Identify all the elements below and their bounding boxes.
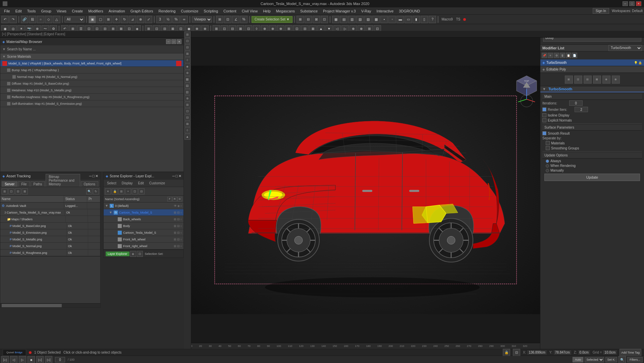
modifier-editable-poly[interactable]: ◈ Editable Poly xyxy=(540,66,644,73)
vtb-6[interactable]: ◈ xyxy=(184,63,191,70)
asset-row-metallic[interactable]: PModel_S_Metallic.png Ok xyxy=(0,236,100,243)
mod-bottom-5[interactable]: ⊕ xyxy=(602,76,610,84)
snap-button[interactable]: ⊞ xyxy=(216,16,223,23)
menu-help[interactable]: Help xyxy=(260,8,273,14)
vtb-1[interactable]: ⊞ xyxy=(184,32,191,38)
scene-add[interactable]: + xyxy=(125,188,131,194)
scene-bottom-btn2[interactable]: ⊡ xyxy=(137,251,143,257)
render-frame[interactable]: ▫ xyxy=(388,16,396,23)
layer-explorer-btn[interactable]: Layer Explorer xyxy=(106,252,129,256)
mod-icon-pin[interactable]: 📌 xyxy=(542,53,547,58)
frame-number-input[interactable] xyxy=(55,357,65,362)
materials-check[interactable] xyxy=(546,141,550,145)
scene-tb2[interactable]: ⊡ xyxy=(132,188,138,194)
asset-tab-options[interactable]: Options xyxy=(81,181,98,187)
last-frame-btn[interactable]: ▷| xyxy=(45,356,52,363)
create-selection-set-button[interactable]: Create Selection Set ▼ xyxy=(252,16,292,23)
vtb-3[interactable]: ⊟ xyxy=(184,44,191,50)
bind-space-button[interactable]: ○ xyxy=(37,16,44,23)
material-panel-titlebar[interactable]: ◈ Material/Map Browser ─ □ ✕ xyxy=(0,38,183,45)
mod-bottom-4[interactable]: ⊠ xyxy=(593,76,601,84)
scene-maximize[interactable]: □ xyxy=(175,174,178,178)
mat-item-main[interactable]: Model_S_Mat ( VRayMtl ) [Back_wheels, Bo… xyxy=(0,60,183,67)
menu-file[interactable]: File xyxy=(1,8,13,14)
angle-snap[interactable]: ∠ xyxy=(232,16,239,23)
asset-close[interactable]: ✕ xyxy=(95,174,98,178)
prev-frame-btn[interactable]: ◁ xyxy=(10,356,17,363)
asset-maximize[interactable]: □ xyxy=(92,174,95,178)
percent-snap[interactable]: % xyxy=(240,16,248,23)
mod-bottom-2[interactable]: ⊡ xyxy=(574,76,582,84)
scene-tb1[interactable]: ⊞ xyxy=(118,188,124,194)
menu-scripting[interactable]: Scripting xyxy=(201,8,221,14)
scene-tab-display[interactable]: Display xyxy=(120,181,135,186)
render-active[interactable]: ▬ xyxy=(396,16,404,23)
iterations-input[interactable] xyxy=(569,100,583,106)
render-iters-check[interactable] xyxy=(542,107,546,111)
tree-item-cartoon-model[interactable]: Cartoon_Tesla_Model_S ⊞⊟○ xyxy=(104,229,183,236)
scene-tab-customize[interactable]: Customize xyxy=(147,181,167,186)
undo-button[interactable]: ↶ xyxy=(1,16,9,23)
menu-megascans[interactable]: Megascans xyxy=(273,8,298,14)
mod-bottom-6[interactable]: ⊗ xyxy=(612,76,620,84)
array-btn[interactable]: ⊠ xyxy=(313,16,320,23)
quixel-bridge-footer[interactable]: Quixel Bridge xyxy=(3,349,26,356)
scene-col-icon1[interactable]: F xyxy=(167,197,172,201)
move-button[interactable]: ✛ xyxy=(113,16,120,23)
menu-customize[interactable]: Customize xyxy=(178,8,201,14)
menu-substance[interactable]: Substance xyxy=(298,8,320,14)
modifier-dropdown[interactable]: TurboSmooth xyxy=(608,45,642,51)
viewport-select[interactable]: Viewport xyxy=(192,16,212,22)
asset-search[interactable]: 🔍 xyxy=(86,188,92,194)
mod-icon-list[interactable]: ≡ xyxy=(548,53,553,58)
mat-minimize[interactable]: ─ xyxy=(166,39,171,44)
menu-project-manager[interactable]: Project Manager v.3 xyxy=(320,8,359,14)
link-button[interactable]: 🔗 xyxy=(21,16,28,23)
vtb-10[interactable]: ▥ xyxy=(184,89,191,95)
vtb-16[interactable]: ◊ xyxy=(184,127,191,133)
manually-radio[interactable] xyxy=(546,169,549,172)
maximize-button[interactable]: □ xyxy=(629,1,635,6)
asset-minimize[interactable]: ─ xyxy=(89,174,92,178)
render-iters-input[interactable] xyxy=(575,107,588,112)
search-btn[interactable]: 🔍 xyxy=(619,356,626,363)
snap2d-button[interactable]: ⊡ xyxy=(224,16,231,23)
scene-exp[interactable]: ▤ xyxy=(340,16,347,23)
curve-edit[interactable]: ▥ xyxy=(348,16,356,23)
asset-tb2[interactable]: ⊡ xyxy=(8,188,14,194)
menu-civil-view[interactable]: Civil View xyxy=(239,8,260,14)
menu-edit[interactable]: Edit xyxy=(13,8,24,14)
rotate-button[interactable]: ↻ xyxy=(121,16,128,23)
mod-icon-paste[interactable]: 📄 xyxy=(572,53,577,58)
mat-item-metalness[interactable]: Metalness: Map #10 (Model_S_Metallic.png… xyxy=(0,87,183,94)
next-frame-btn[interactable]: ▷| xyxy=(36,356,44,363)
vtb-2[interactable]: ⊡ xyxy=(184,38,191,44)
scene-col-icon2[interactable]: R xyxy=(172,197,177,201)
mod-icon-settings[interactable]: ⚙ xyxy=(554,53,559,58)
render-msg[interactable]: ▮ xyxy=(413,16,420,23)
mat-item-bump[interactable]: Bump: Map #5 ( VRayNormalMap ) xyxy=(0,67,183,74)
tree-item-back-wheels[interactable]: Back_wheels ⊞⊟○ xyxy=(104,216,183,223)
play-btn[interactable]: ▷ xyxy=(19,356,26,363)
scene-minimize[interactable]: ─ xyxy=(172,174,175,178)
tool1[interactable]: ◇ xyxy=(45,16,52,23)
tree-item-default[interactable]: ▼ L 0 (default) 👁◈○ xyxy=(104,202,183,209)
vtb-12[interactable]: ⊞ xyxy=(184,102,191,108)
menu-content[interactable]: Content xyxy=(221,8,239,14)
asset-row-emission[interactable]: PModel_S_Emmission.png Ok xyxy=(0,229,100,236)
menu-create[interactable]: Create xyxy=(69,8,86,14)
schematic[interactable]: ▨ xyxy=(364,16,372,23)
menu-animation[interactable]: Animation xyxy=(106,8,128,14)
select-button[interactable]: ▣ xyxy=(89,16,96,23)
scene-close-btn[interactable]: ✕ xyxy=(105,188,111,194)
asset-row-vault[interactable]: ⚙ Autodesk Vault Logged... xyxy=(0,202,100,209)
close-button[interactable]: ✕ xyxy=(636,1,641,6)
asset-tb1[interactable]: ⊞ xyxy=(2,188,8,194)
menu-tools[interactable]: Tools xyxy=(24,8,39,14)
vtb-15[interactable]: ⊠ xyxy=(184,121,191,127)
asset-tb3[interactable]: ⊟ xyxy=(15,188,21,194)
scene-bottom-btn1[interactable]: ◈ xyxy=(130,251,136,257)
asset-tb4[interactable]: ⊠ xyxy=(22,188,28,194)
menu-3dground[interactable]: 3DGROUND xyxy=(396,8,423,14)
filter-select[interactable]: All xyxy=(64,16,85,22)
